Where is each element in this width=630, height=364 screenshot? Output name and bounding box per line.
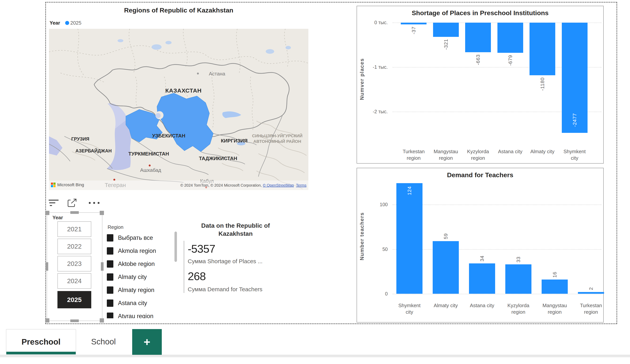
- bar-turkestan-region[interactable]: [578, 292, 604, 294]
- y-tick-label: 100: [357, 201, 388, 208]
- report-canvas: Regions of Republic of Kazakhstan Year 2…: [0, 0, 630, 364]
- bar-value-label: -2477: [572, 113, 578, 127]
- card-divider: [184, 241, 184, 293]
- y-tick-label: 50: [357, 246, 388, 252]
- bar-mangystau-region[interactable]: [433, 23, 459, 37]
- x-category-label: Shymkent city: [395, 302, 424, 315]
- tab-school[interactable]: School: [76, 329, 131, 355]
- map-legend: Year 2025: [50, 20, 82, 26]
- x-category-label: Astana city: [496, 148, 525, 155]
- drag-handle[interactable]: [101, 262, 104, 271]
- x-category-label: Shymkent city: [560, 148, 589, 161]
- bar-kyzylorda-region[interactable]: [505, 264, 532, 294]
- georgia-label: ГРУЗИЯ: [71, 136, 89, 141]
- region-item-label: Akmola region: [118, 248, 156, 254]
- tab-label: Preschool: [22, 337, 60, 347]
- checkbox-icon[interactable]: [107, 273, 113, 281]
- plus-icon: +: [144, 335, 150, 349]
- region-item-aktobe-region[interactable]: Aktobe region: [107, 258, 174, 271]
- bing-logo: Microsoft Bing: [51, 182, 84, 187]
- y-tick-label: 0: [357, 291, 388, 297]
- card-value-teachers: 268: [188, 270, 206, 283]
- drag-handle[interactable]: [100, 211, 104, 215]
- more-options-icon[interactable]: [89, 202, 100, 204]
- checkbox-icon[interactable]: [107, 300, 113, 307]
- year-option-2023[interactable]: 2023: [58, 256, 91, 272]
- shortage-chart: Shortage of Places in Preschool Institut…: [356, 6, 604, 164]
- astana-label: Астана: [209, 71, 225, 77]
- region-item-label: Aktobe region: [118, 261, 155, 267]
- region-item-almaty-region[interactable]: Almaty region: [107, 284, 174, 297]
- bar-turkestan-region[interactable]: [401, 23, 426, 24]
- bar-value-label: -679: [507, 55, 513, 66]
- region-item-label: Atyrau region: [118, 313, 153, 318]
- drag-handle[interactable]: [46, 262, 48, 271]
- tab-preschool[interactable]: Preschool: [6, 329, 76, 355]
- checkbox-icon[interactable]: [107, 260, 113, 268]
- year-option-2021[interactable]: 2021: [58, 221, 91, 237]
- x-category-label: Almaty city: [528, 148, 557, 155]
- drag-handle[interactable]: [45, 211, 50, 215]
- drag-handle[interactable]: [45, 318, 50, 323]
- active-tab-underline: [6, 352, 76, 355]
- region-item-atyrau-region[interactable]: Atyrau region: [107, 310, 174, 318]
- map-title: Regions of Republic of Kazakhstan: [49, 6, 308, 14]
- checkbox-icon[interactable]: [107, 234, 113, 242]
- region-item-akmola-region[interactable]: Akmola region: [107, 244, 174, 258]
- region-scrollbar[interactable]: [174, 232, 177, 262]
- year-option-2024[interactable]: 2024: [58, 273, 91, 289]
- checkbox-icon[interactable]: [107, 287, 113, 294]
- ashgabat-marker: [149, 165, 151, 166]
- drag-handle[interactable]: [100, 318, 104, 323]
- year-option-2025[interactable]: 2025: [58, 291, 91, 308]
- bar-astana-city[interactable]: [469, 263, 495, 294]
- year-slicer-header: Year: [52, 215, 63, 221]
- y-axis-title: Number teachers: [358, 179, 366, 294]
- legend-field-label: Year: [50, 20, 60, 26]
- bing-map[interactable]: Астана КАЗАХСТАН УЗБЕКИСТАН КИРГИЗИЯ ГРУ…: [49, 29, 308, 190]
- region-item-almaty-city[interactable]: Almaty city: [107, 271, 174, 284]
- region-filter: Region Выбрать всеAkmola regionAktobe re…: [107, 224, 174, 318]
- bar-value-label: 16: [552, 272, 558, 278]
- teachers-chart: Demand for Teachers Number teachers 0501…: [356, 168, 604, 323]
- bing-logo-text: Microsoft Bing: [57, 182, 84, 187]
- x-category-label: Mangystau region: [432, 148, 460, 161]
- drag-handle[interactable]: [70, 320, 79, 322]
- region-item-astana-city[interactable]: Astana city: [107, 297, 174, 310]
- kyrgyzstan-label: КИРГИЗИЯ: [221, 138, 248, 144]
- x-category-label: Turkestan region: [576, 302, 606, 315]
- focus-mode-icon[interactable]: [68, 199, 77, 208]
- y-tick-label: -2 тыс.: [357, 108, 388, 115]
- checkbox-icon[interactable]: [107, 313, 113, 318]
- bar-astana-city[interactable]: [498, 23, 523, 53]
- openstreetmap-link[interactable]: © OpenStreetMap: [263, 183, 294, 187]
- bar-shymkent-city[interactable]: [396, 183, 422, 294]
- add-page-button[interactable]: +: [132, 329, 162, 355]
- region-item-выбрать-все[interactable]: Выбрать все: [107, 231, 174, 244]
- chart-title: Shortage of Places in Preschool Institut…: [357, 9, 603, 17]
- x-category-label: Almaty city: [431, 302, 460, 309]
- drag-handle[interactable]: [70, 211, 79, 214]
- checkbox-icon[interactable]: [107, 247, 113, 255]
- bar-almaty-city[interactable]: [530, 23, 555, 75]
- astana-marker: [197, 72, 199, 74]
- bar-almaty-city[interactable]: [433, 241, 459, 294]
- chart-title: Demand for Teachers: [357, 171, 603, 179]
- bar-value-label: -663: [475, 54, 481, 65]
- gridline: [392, 204, 601, 205]
- tab-strip: [0, 355, 630, 357]
- region-item-label: Astana city: [118, 300, 147, 307]
- bar-value-label: 34: [479, 256, 485, 262]
- bar-mangystau-region[interactable]: [542, 280, 568, 294]
- uzbekistan-label: УЗБЕКИСТАН: [152, 133, 186, 139]
- xinjiang-label-1: СИНЬЦЗЯН-УЙГУРСКИЙ: [252, 133, 302, 138]
- terms-link[interactable]: Terms: [296, 183, 306, 187]
- turkmenistan-label: ТУРКМЕНИСТАН: [128, 151, 169, 157]
- card-value-shortage: -5357: [188, 242, 215, 255]
- ashgabat-label: Ашхабад: [140, 167, 161, 173]
- bar-value-label: -321: [443, 39, 449, 50]
- bar-kyzylorda-region[interactable]: [465, 23, 491, 52]
- year-option-2022[interactable]: 2022: [58, 239, 91, 254]
- card-title: Data on the Republic of Kazakhstan: [190, 222, 282, 238]
- filter-icon[interactable]: [48, 200, 60, 207]
